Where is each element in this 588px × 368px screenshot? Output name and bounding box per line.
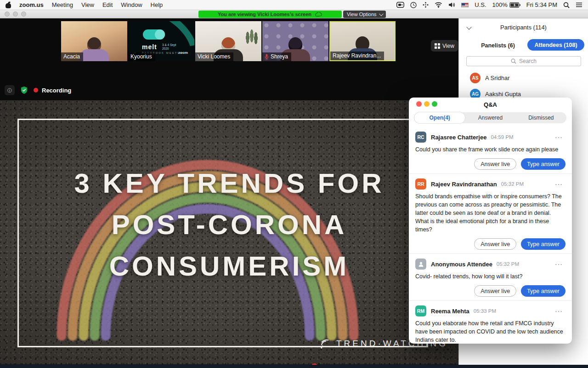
apple-icon[interactable] [6,2,11,8]
more-options-icon[interactable]: ··· [552,135,565,139]
tab-open[interactable]: Open(4) [414,112,465,123]
more-options-icon[interactable]: ··· [552,182,565,186]
type-answer-button[interactable]: Type answer [521,238,565,250]
menu-item-view[interactable]: View [81,1,94,8]
more-options-icon[interactable]: ··· [552,309,565,313]
slide-title-line-2: POST-CORONA [0,204,458,246]
macos-menu-bar: zoom.us Meeting View Edit Window Help U.… [0,0,588,10]
answer-live-button[interactable]: Answer live [474,238,516,250]
question-text: Could you share the frame work slide onc… [415,145,565,154]
question-time: 05:33 PM [474,308,496,314]
muted-mic-icon [265,54,269,59]
qa-window-title: Q&A [409,101,572,108]
qa-window: Q&A Open(4) Answered Dismissed RC Rajasr… [409,98,572,344]
answer-live-button[interactable]: Answer live [474,158,516,170]
melt-partner-text: zoom [178,51,188,55]
plant-graphic [244,26,260,49]
spotlight-search-icon[interactable] [563,2,570,8]
clock-menu-icon[interactable] [410,2,417,8]
anonymous-avatar [415,259,426,270]
grid-icon [435,43,440,49]
input-source-flag-icon[interactable] [461,3,469,7]
question-author: Anonymous Attendee [431,261,492,268]
video-tile-shreya[interactable]: Shreya [262,21,328,61]
question-time: 05:32 PM [497,261,519,267]
menu-item-window[interactable]: Window [121,1,142,8]
zoom-window-title-bar: You are viewing Vicki Loomes's screen Vi… [0,10,588,18]
cloud-icon [315,12,322,17]
battery-icon [509,2,520,8]
tile-name-label: Rajeev Ravindran... [333,52,381,59]
tab-panelists[interactable]: Panelists (6) [473,40,523,51]
input-source-label[interactable]: U.S. [475,1,486,8]
question-time: 05:32 PM [501,181,524,187]
info-icon [7,87,12,94]
recording-dot [34,88,38,92]
tab-answered[interactable]: Answered [465,112,515,123]
question-item: RC Rajasree Chatterjee 04:59 PM ··· Coul… [409,127,572,174]
tile-name-label: Acacia [63,53,80,60]
avatar: RR [415,178,426,190]
video-tile-acacia[interactable]: Acacia [61,21,127,61]
melt-date-text: 3 & 4 Sept 2020 [162,43,181,51]
avatar: AS [470,73,481,83]
volume-icon[interactable] [448,2,455,8]
video-tile-rajeev-active-speaker[interactable]: Rajeev Ravindran... [329,21,396,61]
meeting-info-button[interactable] [5,85,15,95]
window-zoom-button[interactable] [21,12,26,17]
encryption-shield-icon [20,86,28,94]
more-options-icon[interactable]: ··· [552,262,565,266]
participant-name: Aakshi Gupta [485,91,521,98]
view-options-button[interactable]: View Options [343,11,386,18]
question-text: Should brands empathise with or inspire … [415,192,565,234]
window-minimize-button[interactable] [13,12,18,17]
participant-row[interactable]: AS A Sridhar [459,70,588,86]
type-answer-button[interactable]: Type answer [521,158,565,170]
melt-logo-text: melt [142,43,157,51]
viewing-screen-banner: You are viewing Vicki Loomes's screen [198,11,342,18]
participant-silhouette [79,37,109,61]
avatar: RM [415,305,426,316]
tab-attendees[interactable]: Attendees (108) [527,39,584,51]
type-answer-button[interactable]: Type answer [521,285,565,297]
battery-indicator[interactable]: 100% [492,1,520,8]
chevron-down-icon [379,12,384,16]
screen-control-icon[interactable] [396,2,404,8]
menu-item-help[interactable]: Help [151,1,163,8]
question-item: RR Rajeev Ravindranathan 05:32 PM ··· Sh… [409,174,572,254]
question-author: Reema Mehta [431,308,469,315]
wifi-icon[interactable] [435,2,442,8]
battery-percent: 100% [492,1,508,8]
screen: zoom.us Meeting View Edit Window Help U.… [0,0,588,368]
question-author: Rajeev Ravindranathan [431,181,497,188]
video-tile-vicki[interactable]: Vicki Loomes [195,21,261,61]
tile-name-label: Shreya [271,53,288,60]
window-close-button[interactable] [5,12,10,17]
tile-name-label: Vicki Loomes [198,53,230,60]
answer-live-button[interactable]: Answer live [474,285,516,297]
melt-logo-mark [143,29,165,40]
accessibility-menu-icon[interactable] [423,2,429,8]
search-icon [511,58,516,64]
question-text: Could you elaborate how the retail and F… [415,319,565,344]
view-layout-button[interactable]: View [431,40,458,52]
slide-title-line-3: CONSUMERISM [0,246,458,287]
person-icon [418,261,424,267]
question-text: Covid- related trends, how long will it … [415,272,565,281]
tile-name-label: Kyoorius [130,53,152,60]
notification-center-icon[interactable] [576,2,582,7]
menu-item-edit[interactable]: Edit [102,1,113,8]
participants-search-input[interactable]: Search [466,56,581,66]
slide-title-line-1: 3 KEY TRENDS FOR [0,163,458,204]
question-time: 04:59 PM [491,134,513,140]
video-tile-kyoorius[interactable]: melt 3 & 4 Sept 2020 FACEBOOK MEETUP zoo… [128,21,194,61]
menu-item-meeting[interactable]: Meeting [52,1,73,8]
question-item: Anonymous Attendee 05:32 PM ··· Covid- r… [409,254,572,301]
menu-app-name[interactable]: zoom.us [19,1,44,8]
shared-screen-slide: 3 KEY TRENDS FOR POST-CORONA CONSUMERISM… [0,100,458,364]
desktop-edge-strip [0,365,588,368]
recording-label: Recording [42,87,71,94]
banner-text: You are viewing Vicki Loomes's screen [218,12,311,17]
menu-clock[interactable]: Fri 5:34 PM [526,1,557,8]
tab-dismissed[interactable]: Dismissed [516,112,566,123]
